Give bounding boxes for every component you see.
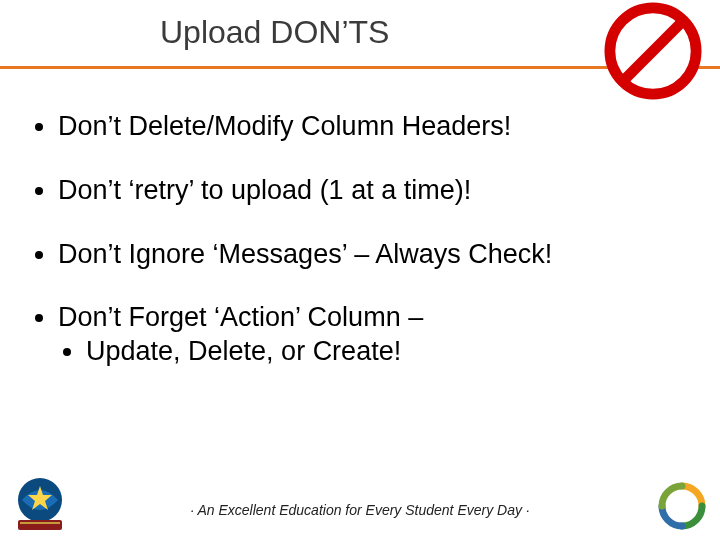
slide-title: Upload DON’TS [160,14,389,51]
bullet-text: Don’t Forget ‘Action’ Column – [58,302,423,332]
footer-tagline: · An Excellent Education for Every Stude… [0,502,720,518]
bullet-text: Update, Delete, or Create! [86,336,401,366]
bullet-text: Don’t Ignore ‘Messages’ – Always Check! [58,239,552,269]
svg-rect-5 [20,522,60,524]
prohibit-icon [604,2,702,100]
bullet-text: Don’t ‘retry’ to upload (1 at a time)! [58,175,471,205]
bullet-item: Don’t Ignore ‘Messages’ – Always Check! [58,238,690,272]
bullet-item: Don’t Delete/Modify Column Headers! [58,110,690,144]
content-area: Don’t Delete/Modify Column Headers! Don’… [0,110,720,399]
svg-rect-4 [18,520,62,530]
bullet-item: Don’t ‘retry’ to upload (1 at a time)! [58,174,690,208]
bullet-item: Don’t Forget ‘Action’ Column – Update, D… [58,301,690,369]
bullet-text: Don’t Delete/Modify Column Headers! [58,111,511,141]
sub-bullet-item: Update, Delete, or Create! [86,335,690,369]
